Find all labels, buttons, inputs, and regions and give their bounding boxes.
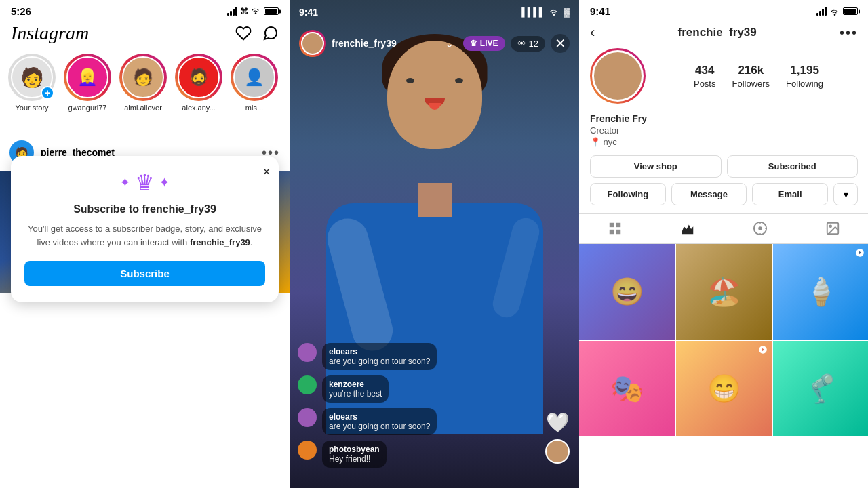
grid-face-1: 😄 [579,244,675,340]
story-item-alex[interactable]: 🧔 alex.any... [175,54,222,112]
grid-face-3: 🍦 [773,244,868,340]
reels-badge-5 [758,345,768,357]
action-row-top: View shop Subscribed [590,155,858,178]
live-wifi-icon [549,7,559,18]
view-shop-button[interactable]: View shop [590,155,722,178]
profile-avatar-wrap [590,48,646,104]
chat-avatar-2 [298,375,317,394]
chat-user-4: photosbyean [329,445,380,454]
ig-header: Instagram [0,20,290,49]
live-viewer-count: 12 [529,39,538,49]
back-button[interactable]: ‹ [590,24,595,41]
grid-face-4: 🎭 [579,341,675,436]
svg-rect-0 [610,223,614,227]
modal-title: Subscribe to frenchie_fry39 [24,203,265,216]
live-user-row: frenchie_fry39 ⌄ ♛ LIVE 👁 12 ✕ [290,24,579,62]
chat-avatar-3 [298,408,317,427]
bio-role: Creator [590,125,858,136]
crown-sparkles: ✦ ♛ ✦ [24,169,265,195]
tab-crown[interactable] [652,214,724,243]
stories-row: 🧑 + Your story 👱‍♀️ gwangurl77 🧑 aimi.a [0,49,290,120]
story-ring-3: 🧑 [119,54,167,101]
messenger-icon[interactable] [262,25,279,41]
subscribe-button[interactable]: Subscribe [24,261,265,286]
grid-item-5[interactable]: 😁 [676,341,772,436]
profile-actions: View shop Subscribed Following Message E… [579,155,868,214]
chat-user-1: eloears [329,347,430,357]
heart-button[interactable]: 🤍 [546,411,570,434]
profile-menu-button[interactable]: ••• [840,25,858,41]
chat-message-1: eloears are you going on tour soon? [298,343,530,370]
sparkle-left: ✦ [119,174,131,190]
story-item-your-story[interactable]: 🧑 + Your story [8,54,56,112]
profile-signal-icon [816,7,827,16]
story-label-4: alex.any... [182,104,215,112]
chat-message-2: kenzoere you're the best [298,375,530,403]
your-story-avatar-wrap: 🧑 + [8,54,56,101]
action-row-bottom: Following Message Email ▾ [590,183,858,205]
grid-item-3[interactable]: 🍦 [773,244,868,340]
profile-battery-icon [843,7,858,15]
status-time: 5:26 [11,5,31,17]
sparkle-right: ✦ [159,174,170,190]
modal-close-button[interactable]: × [262,164,271,180]
live-close-button[interactable]: ✕ [551,34,570,53]
story-label-2: gwangurl77 [68,104,107,112]
grid-item-2[interactable]: 🏖️ [676,244,772,340]
profile-username-title: frenchie_fry39 [678,26,757,39]
message-button[interactable]: Message [671,183,747,205]
chat-text-3: are you going on tour soon? [329,422,430,431]
grid-item-6[interactable]: 🦿 [773,341,868,436]
crown-icon: ♛ [135,169,155,195]
svg-rect-3 [616,230,620,234]
grid-item-4[interactable]: 🎭 [579,341,675,436]
chat-text-4: Hey friend!! [329,454,380,464]
eye-icon: 👁 [517,39,526,49]
bio-name: Frenchie Fry [590,113,858,124]
stat-followers: 216k Followers [732,64,770,89]
live-comment-avatar [545,439,570,464]
bio-location: 📍 nyc [590,137,858,147]
live-avatar-inner [301,32,324,55]
story-avatar-wrap-2: 👱‍♀️ [64,54,111,101]
grid-face-6: 🦿 [773,341,868,436]
subscribed-button[interactable]: Subscribed [727,155,859,178]
wifi-icon: ⌘ [240,6,261,16]
profile-info: 434 Posts 216k Followers 1,195 Following [579,48,868,113]
stat-posts: 434 Posts [694,64,716,89]
tab-reels[interactable] [724,214,797,243]
following-label: Following [786,79,823,89]
grid-item-1[interactable]: 😄 [579,244,675,340]
panel-live: 9:41 ▌▌▌▌ ▓ frenchie_fry39 ⌄ ♛ LIVE 👁 12… [290,0,579,488]
jacket-shine [323,214,397,356]
live-signal-icon: ▌▌▌▌ [521,7,545,17]
panel-feed: 5:26 ⌘ Instagram [0,0,290,488]
live-badge: ♛ LIVE [463,36,505,51]
story-item-aimi[interactable]: 🧑 aimi.allover [119,54,167,112]
live-username: frenchie_fry39 [332,38,439,49]
story-ring-5: 👤 [231,54,278,101]
more-dropdown-button[interactable]: ▾ [833,183,858,205]
live-battery-icon: ▓ [564,7,570,17]
heart-icon[interactable] [235,25,252,41]
live-avatar [299,30,326,57]
chat-text-2: you're the best [329,389,382,399]
add-story-badge: + [41,86,54,100]
chat-avatar-4 [298,441,317,460]
modal-description: You'll get access to a subscriber badge,… [24,222,265,249]
tab-grid[interactable] [579,214,652,243]
profile-bio: Frenchie Fry Creator 📍 nyc [579,113,868,155]
following-button[interactable]: Following [590,183,666,205]
chat-bubble-3: eloears are you going on tour soon? [322,408,437,435]
reels-badge-3 [855,248,865,260]
live-viewers: 👁 12 [511,36,545,52]
profile-stats: 434 Posts 216k Followers 1,195 Following [659,64,858,89]
status-bar: 5:26 ⌘ [0,0,290,20]
story-item-gwangurl77[interactable]: 👱‍♀️ gwangurl77 [64,54,111,112]
grid-face-2: 🏖️ [676,244,772,340]
profile-avatar [592,50,644,102]
email-button[interactable]: Email [752,183,828,205]
tab-tagged[interactable] [796,214,868,243]
chat-bubble-2: kenzoere you're the best [322,375,389,403]
story-item-mis[interactable]: 👤 mis... [231,54,278,112]
